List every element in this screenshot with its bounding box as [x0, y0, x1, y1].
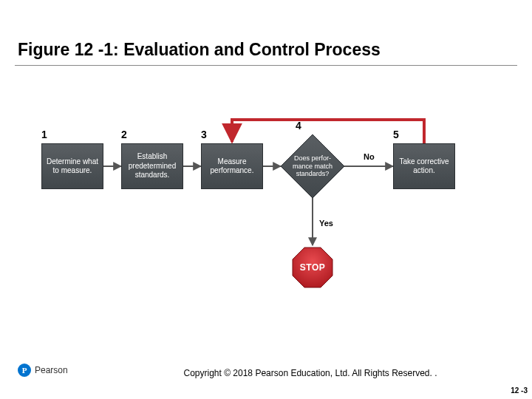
step-number-4: 4	[296, 120, 301, 132]
step-box-3: Measure performance.	[201, 143, 263, 189]
title-underline	[15, 65, 517, 66]
step-box-1: Determine what to measure.	[41, 143, 103, 189]
step-box-5-text: Take corrective action.	[397, 157, 451, 176]
label-no: No	[364, 152, 375, 161]
decision-diamond: Does perfor- mance match standards?	[281, 134, 344, 198]
copyright-text: Copyright © 2018 Pearson Education, Ltd.…	[0, 368, 532, 378]
step-box-2-text: Establish predetermined standards.	[125, 152, 180, 180]
slide-title: Figure 12 -1: Evaluation and Control Pro…	[18, 40, 381, 60]
stop-text: STOP	[292, 247, 333, 288]
step-box-5: Take corrective action.	[393, 143, 455, 189]
step-box-2: Establish predetermined standards.	[121, 143, 183, 189]
decision-text: Does perfor- mance match standards?	[281, 134, 344, 198]
page-number: 12 -3	[511, 386, 528, 395]
stop-sign: STOP	[292, 247, 333, 288]
step-number-1: 1	[41, 129, 47, 140]
step-number-5: 5	[393, 129, 399, 140]
step-number-3: 3	[201, 129, 207, 140]
step-box-3-text: Measure performance.	[205, 157, 259, 176]
label-yes: Yes	[319, 219, 333, 228]
step-box-1-text: Determine what to measure.	[45, 157, 100, 176]
flow-diagram: 1 2 3 4 5 Determine what to measure. Est…	[41, 108, 499, 315]
step-number-2: 2	[121, 129, 127, 140]
flow-arrows	[41, 108, 499, 315]
